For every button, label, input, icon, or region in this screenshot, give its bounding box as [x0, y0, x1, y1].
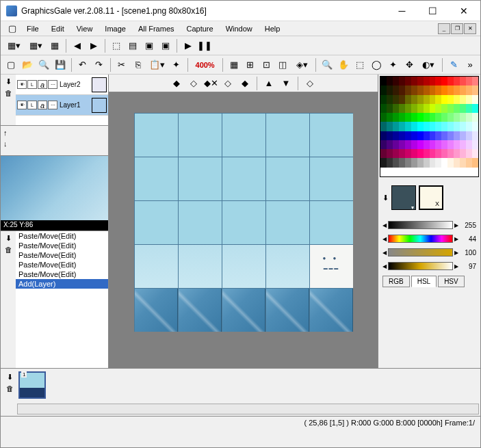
- palette-swatch[interactable]: [424, 122, 430, 131]
- palette-swatch[interactable]: [387, 168, 393, 176]
- palette-swatch[interactable]: [405, 113, 411, 122]
- history-item[interactable]: Paste/Move(Edit): [16, 241, 108, 250]
- history-item[interactable]: Paste/Move(Edit): [16, 231, 108, 241]
- palette-swatch[interactable]: [472, 95, 478, 104]
- palette-swatch[interactable]: [454, 140, 460, 149]
- palette-swatch[interactable]: [393, 158, 399, 167]
- palette-swatch[interactable]: [460, 113, 466, 122]
- palette-swatch[interactable]: [411, 95, 417, 104]
- palette-swatch[interactable]: [441, 149, 447, 158]
- frame-thumb[interactable]: 1: [18, 371, 46, 399]
- palette-swatch[interactable]: [454, 113, 460, 122]
- copy-frame-icon[interactable]: ▣: [142, 38, 157, 53]
- palette-swatch[interactable]: [399, 95, 405, 104]
- palette-swatch[interactable]: [447, 113, 454, 122]
- palette-swatch[interactable]: [387, 85, 393, 94]
- maximize-button[interactable]: ☐: [417, 1, 448, 21]
- palette-swatch[interactable]: [435, 140, 441, 149]
- palette-swatch[interactable]: [441, 95, 447, 104]
- palette-swatch[interactable]: [460, 168, 466, 176]
- palette-swatch[interactable]: [430, 140, 436, 149]
- palette-swatch[interactable]: [460, 85, 466, 94]
- palette-swatch[interactable]: [454, 158, 460, 167]
- palette-swatch[interactable]: [424, 140, 430, 149]
- palette-swatch[interactable]: [411, 168, 417, 176]
- palette-swatch[interactable]: [380, 104, 387, 113]
- palette-swatch[interactable]: [424, 113, 430, 122]
- palette-swatch[interactable]: [460, 77, 466, 85]
- palette-swatch[interactable]: [417, 149, 424, 158]
- palette-swatch[interactable]: [424, 77, 430, 85]
- palette-swatch[interactable]: [441, 104, 447, 113]
- palette-swatch[interactable]: [466, 168, 472, 176]
- cut-icon[interactable]: ✂: [114, 57, 129, 73]
- palette-swatch[interactable]: [472, 131, 478, 140]
- palette-swatch[interactable]: [430, 95, 436, 104]
- menu-help[interactable]: Help: [259, 23, 286, 34]
- fill2-icon[interactable]: ◇: [186, 76, 201, 91]
- palette-swatch[interactable]: [447, 149, 454, 158]
- palette-swatch[interactable]: [399, 158, 405, 167]
- palette-swatch[interactable]: [417, 113, 424, 122]
- palette-swatch[interactable]: [380, 149, 387, 158]
- palette-swatch[interactable]: [454, 149, 460, 158]
- palette-swatch[interactable]: [435, 77, 441, 85]
- palette-swatch[interactable]: [460, 131, 466, 140]
- overflow-icon[interactable]: »: [463, 57, 478, 73]
- color-select-icon[interactable]: ◐▾: [418, 57, 439, 73]
- doc-icon[interactable]: ▢: [5, 21, 20, 36]
- palette-swatch[interactable]: [472, 77, 478, 85]
- palette-swatch[interactable]: [424, 131, 430, 140]
- palette-swatch[interactable]: [424, 149, 430, 158]
- palette-swatch[interactable]: [399, 85, 405, 94]
- palette-swatch[interactable]: [393, 140, 399, 149]
- palette-swatch[interactable]: [417, 140, 424, 149]
- palette-swatch[interactable]: [399, 131, 405, 140]
- palette-swatch[interactable]: [399, 113, 405, 122]
- palette-swatch[interactable]: [435, 168, 441, 176]
- palette-swatch[interactable]: [447, 104, 454, 113]
- palette-swatch[interactable]: [472, 113, 478, 122]
- palette-swatch[interactable]: [466, 85, 472, 94]
- palette-swatch[interactable]: [447, 168, 454, 176]
- palette-swatch[interactable]: [405, 140, 411, 149]
- palette-swatch[interactable]: [411, 149, 417, 158]
- palette-swatch[interactable]: [387, 77, 393, 85]
- history-top-icon[interactable]: ⬇: [5, 234, 12, 243]
- palette-swatch[interactable]: [411, 104, 417, 113]
- palette-swatch[interactable]: [441, 77, 447, 85]
- preview-canvas[interactable]: [1, 156, 108, 220]
- palette-swatch[interactable]: [411, 85, 417, 94]
- palette-swatch[interactable]: [466, 104, 472, 113]
- palette-swatch[interactable]: [447, 77, 454, 85]
- palette-swatch[interactable]: [393, 168, 399, 176]
- menu-file[interactable]: File: [21, 23, 44, 34]
- palette-swatch[interactable]: [399, 122, 405, 131]
- frame-add-icon2[interactable]: ⬇: [7, 373, 13, 382]
- palette-swatch[interactable]: [460, 95, 466, 104]
- frame-del-icon[interactable]: ▦: [47, 38, 62, 53]
- layer-down-icon[interactable]: ↓: [3, 140, 8, 148]
- move-icon[interactable]: ✥: [402, 57, 417, 73]
- palette-swatch[interactable]: [393, 113, 399, 122]
- palette-swatch[interactable]: [472, 104, 478, 113]
- mdi-restore[interactable]: ❐: [451, 23, 463, 34]
- palette-swatch[interactable]: [380, 95, 387, 104]
- frame-del-icon2[interactable]: 🗑: [6, 384, 14, 393]
- palette-swatch[interactable]: [393, 131, 399, 140]
- history-item[interactable]: Add(Layer): [16, 279, 108, 289]
- palette-swatch[interactable]: [393, 77, 399, 85]
- palette-swatch[interactable]: [447, 140, 454, 149]
- close-button[interactable]: ✕: [448, 1, 479, 21]
- palette-swatch[interactable]: [454, 104, 460, 113]
- grid2-icon[interactable]: ⊞: [243, 57, 258, 73]
- palette-swatch[interactable]: [466, 113, 472, 122]
- palette-swatch[interactable]: [430, 168, 436, 176]
- open-icon[interactable]: 📂: [20, 57, 35, 73]
- palette-swatch[interactable]: [435, 95, 441, 104]
- palette-swatch[interactable]: [430, 104, 436, 113]
- palette-swatch[interactable]: [387, 131, 393, 140]
- swap-icon[interactable]: ⬇: [382, 194, 389, 202]
- palette-swatch[interactable]: [430, 113, 436, 122]
- layer-up-icon[interactable]: ↑: [3, 129, 8, 137]
